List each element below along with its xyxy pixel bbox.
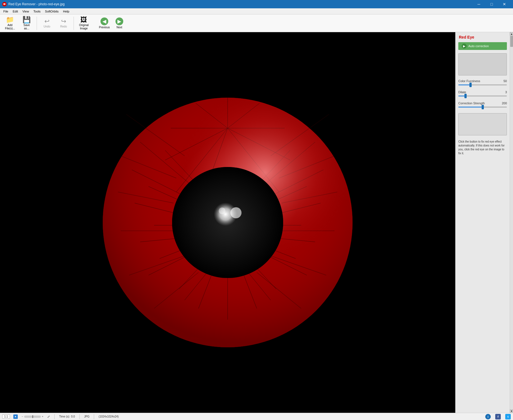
color-fuzziness-value: 50: [504, 79, 507, 83]
eye-svg: [99, 32, 357, 413]
nav-buttons: ◀ Previous ▶ Next: [97, 16, 127, 31]
dilate-thumb[interactable]: [464, 94, 467, 98]
dilate-section: Dilate 3: [456, 89, 510, 100]
add-files-button[interactable]: 📁 AddFile(s)...: [2, 16, 18, 31]
info-button[interactable]: i: [485, 414, 491, 419]
dilate-track[interactable]: [458, 95, 507, 97]
status-bar: 1:1 ■ － ＋ ⤢ Time (s): 0.0 JPG (1024x1024…: [0, 413, 513, 420]
original-image-label: OriginalImage: [79, 24, 89, 30]
window-title: Red Eye Remover - photo-red-eye.jpg: [8, 2, 65, 6]
twitter-icon: t: [507, 415, 509, 418]
correction-strength-label-row: Correction Strength 200: [458, 102, 507, 105]
original-image-button[interactable]: 🖼 OriginalImage: [76, 16, 92, 31]
dimensions-display: (1024x1024x24): [99, 415, 119, 418]
panel-title: Red Eye: [456, 32, 510, 41]
color-picker-indicator[interactable]: ■: [13, 414, 18, 419]
status-right: i f t: [485, 414, 511, 419]
toolbar-separator-1: [37, 17, 37, 30]
before-preview: [458, 53, 507, 75]
auto-correction-label: Auto correction: [468, 44, 489, 48]
menu-edit[interactable]: Edit: [11, 8, 20, 14]
scroll-thumb[interactable]: [510, 36, 513, 47]
correction-strength-track[interactable]: [458, 107, 507, 108]
canvas-area[interactable]: [0, 32, 455, 413]
status-sep-1: [54, 414, 55, 419]
zoom-control: － ＋: [21, 415, 44, 418]
add-files-label: AddFile(s)...: [5, 24, 15, 30]
time-display: Time (s): 0.0: [59, 415, 75, 418]
svg-point-53: [207, 198, 246, 236]
menu-help[interactable]: Help: [61, 8, 72, 14]
zoom-slider-thumb[interactable]: [32, 415, 33, 418]
save-as-label: Saveas...: [24, 24, 30, 30]
auto-correction-icon: ▶: [462, 44, 467, 49]
time-value: 0.0: [71, 415, 75, 418]
svg-point-55: [219, 208, 225, 214]
next-label: Next: [117, 26, 122, 29]
maximize-button[interactable]: □: [485, 0, 498, 8]
redo-label: Redo: [60, 25, 67, 28]
panel-scrollbar[interactable]: ▲ ▼: [510, 32, 513, 413]
next-arrow-icon: ▶: [115, 17, 123, 25]
color-picker-icon: ■: [15, 415, 16, 418]
undo-icon: ↩: [44, 18, 49, 24]
save-as-icon: 💾: [22, 16, 31, 23]
right-panel: Red Eye ▶ Auto correction Color Fuzzines…: [455, 32, 510, 413]
correction-strength-label: Correction Strength: [458, 102, 485, 105]
instruction-text: Click the button to fix red eye effect a…: [456, 138, 510, 158]
facebook-icon: f: [497, 415, 499, 418]
title-bar-left: 👁 Red Eye Remover - photo-red-eye.jpg: [2, 2, 65, 6]
minimize-button[interactable]: ─: [472, 0, 485, 8]
twitter-button[interactable]: t: [505, 414, 511, 419]
svg-point-54: [230, 207, 242, 218]
next-button[interactable]: ▶ Next: [112, 16, 127, 31]
dilate-label-row: Dilate 3: [458, 90, 507, 94]
facebook-button[interactable]: f: [495, 414, 501, 419]
color-fuzziness-label: Color Fuzziness: [458, 79, 480, 83]
previous-arrow-icon: ◀: [100, 17, 108, 25]
correction-strength-value: 200: [502, 102, 507, 105]
menu-file[interactable]: File: [1, 8, 11, 14]
correction-strength-thumb[interactable]: [482, 105, 484, 109]
info-icon: i: [487, 415, 488, 418]
eye-image-container[interactable]: [0, 32, 455, 413]
toolbar: 📁 AddFile(s)... 💾 Saveas... ↩ Undo ↪ Red…: [0, 14, 513, 32]
scroll-up-button[interactable]: ▲: [510, 32, 513, 36]
status-sep-2: [79, 414, 80, 419]
status-sep-3: [94, 414, 94, 419]
menu-bar: File Edit View Tools SoftOrbits Help: [0, 8, 513, 14]
after-preview: [458, 113, 507, 135]
time-label: Time (s):: [59, 415, 70, 418]
zoom-level: 1:1: [2, 414, 10, 419]
color-fuzziness-thumb[interactable]: [469, 83, 472, 87]
app-icon: 👁: [2, 2, 7, 6]
toolbar-separator-2: [74, 17, 74, 30]
color-fuzziness-track[interactable]: [458, 84, 507, 85]
scroll-down-button[interactable]: ▼: [510, 409, 513, 413]
correction-strength-section: Correction Strength 200: [456, 100, 510, 111]
zoom-plus-icon[interactable]: ＋: [41, 415, 44, 418]
redo-icon: ↪: [61, 18, 66, 24]
auto-correction-button[interactable]: ▶ Auto correction: [458, 42, 507, 50]
menu-tools[interactable]: Tools: [31, 8, 43, 14]
color-fuzziness-fill: [458, 84, 471, 85]
previous-label: Previous: [99, 26, 110, 29]
menu-softorbits[interactable]: SoftOrbits: [43, 8, 61, 14]
original-image-icon: 🖼: [81, 16, 87, 23]
zoom-value: 1:1: [2, 414, 10, 419]
zoom-slider-track[interactable]: [24, 416, 41, 418]
scroll-track[interactable]: [510, 36, 513, 409]
redo-button[interactable]: ↪ Redo: [56, 16, 71, 31]
title-bar: 👁 Red Eye Remover - photo-red-eye.jpg ─ …: [0, 0, 513, 8]
zoom-minus-icon[interactable]: －: [21, 415, 24, 418]
fit-icon[interactable]: ⤢: [47, 415, 50, 419]
undo-label: Undo: [44, 25, 50, 28]
main-area: Red Eye ▶ Auto correction Color Fuzzines…: [0, 32, 513, 413]
color-fuzziness-section: Color Fuzziness 50: [456, 78, 510, 89]
close-button[interactable]: ✕: [498, 0, 511, 8]
save-as-button[interactable]: 💾 Saveas...: [19, 16, 34, 31]
menu-view[interactable]: View: [20, 8, 31, 14]
undo-button[interactable]: ↩ Undo: [39, 16, 55, 31]
correction-strength-fill: [458, 107, 483, 108]
previous-button[interactable]: ◀ Previous: [97, 16, 112, 31]
